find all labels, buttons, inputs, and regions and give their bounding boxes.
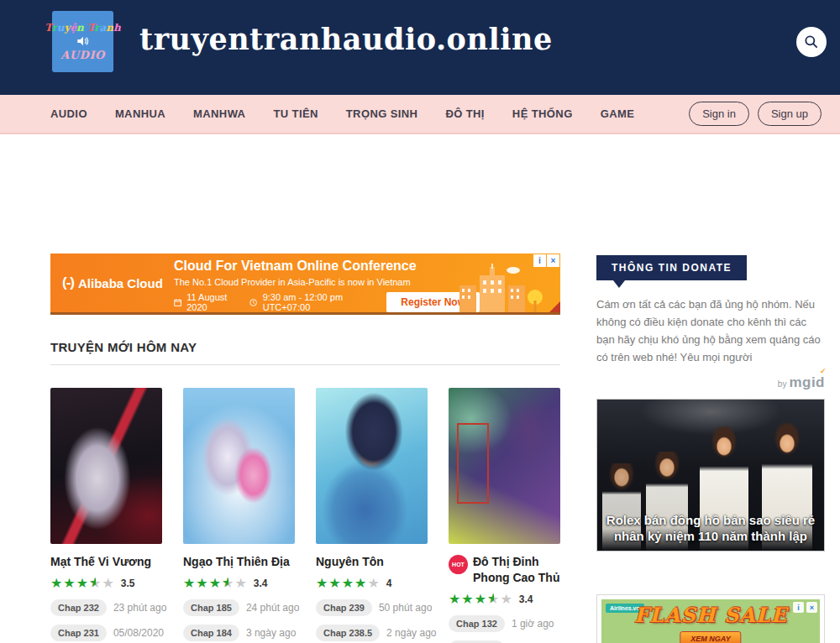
star-icon: ★★ [222, 576, 234, 590]
sign-up-button[interactable]: Sign up [758, 102, 822, 126]
nav-item-manhwa[interactable]: MANHWA [193, 107, 245, 120]
ad-info-icon[interactable]: i [533, 254, 546, 267]
buildings-illustration [458, 264, 550, 312]
flash-sale-title: FLASH SALE [601, 603, 820, 627]
alibaba-ad-banner[interactable]: (-) Alibaba Cloud Cloud For Vietnam Onli… [50, 254, 560, 315]
mgid-logo: mgid [789, 374, 825, 390]
chapter-chip[interactable]: Chap 132 [449, 615, 505, 632]
chapter-chip[interactable]: Chap 232 [50, 599, 107, 616]
nav-item-audio[interactable]: AUDIO [50, 107, 87, 120]
search-icon [803, 34, 820, 50]
site-logo[interactable]: Truyện Tranh AUDIO [52, 11, 113, 72]
hot-badge: HOT [449, 555, 468, 574]
nav-item-he-thong[interactable]: HỆ THỐNG [512, 107, 573, 120]
comic-card: Ngạo Thị Thiên Địa ★★★★★★ 3.4 Chap 185 2… [183, 388, 295, 643]
section-title-new-today: TRUYỆN MỚI HÔM NAY [50, 340, 197, 354]
chapter-chip[interactable]: Chap 238.5 [316, 625, 380, 641]
chapter-row: Chap 184 3 ngày ago [183, 625, 295, 641]
comic-cover-image[interactable] [50, 388, 162, 544]
chapter-chip[interactable]: Chap 185 [183, 599, 239, 616]
nav-item-game[interactable]: GAME [601, 107, 635, 120]
sign-in-button[interactable]: Sign in [689, 102, 749, 126]
nav-item-tu-tien[interactable]: TU TIÊN [273, 107, 318, 120]
comic-title[interactable]: Đô Thị Đỉnh Phong Cao Thủ [473, 554, 560, 586]
nav-item-trong-sinh[interactable]: TRỌNG SINH [346, 107, 418, 120]
chapter-time: 24 phút ago [246, 602, 299, 614]
chapter-row: Chap 185 24 phút ago [183, 599, 295, 616]
clock-icon [249, 298, 257, 307]
ad-close-icon[interactable]: × [806, 602, 817, 613]
mgid-attribution[interactable]: bymgid [596, 374, 825, 391]
sidebar: THÔNG TIN DONATE Cám ơn tất cả các bạn đ… [596, 254, 825, 552]
rating-stars: ★★★★★★ 3.4 [449, 592, 560, 607]
chapter-chip[interactable]: Chap 231 [50, 625, 107, 641]
ad-subtitle: The No.1 Cloud Provider in Asia-Pacific … [174, 277, 501, 287]
alibaba-brackets-icon: (-) [62, 274, 74, 291]
main-nav: AUDIO MANHUA MANHWA TU TIÊN TRỌNG SINH Đ… [0, 95, 840, 134]
chapter-chip[interactable]: Chap 184 [183, 625, 239, 641]
nav-items: AUDIO MANHUA MANHWA TU TIÊN TRỌNG SINH Đ… [50, 107, 634, 120]
search-button[interactable] [796, 27, 827, 57]
alibaba-cloud-logo: (-) Alibaba Cloud [62, 254, 163, 312]
rating-stars: ★★★★★★ 3.4 [183, 576, 295, 591]
donate-text: Cám ơn tất cả các bạn đã ủng hộ nhóm. Nế… [596, 295, 825, 366]
star-icon: ★ [354, 576, 367, 590]
flash-sale-ad-inner: Airlines.vn FLASH SALE XEM NGAY i × [601, 599, 820, 643]
comic-title[interactable]: Mạt Thế Vi Vương [50, 554, 151, 570]
star-icon: ★ [475, 592, 487, 606]
chapter-time: 2 ngày ago [386, 627, 436, 639]
page: Truyện Tranh AUDIO truyentranhaudio.onli… [0, 0, 840, 643]
ad-info-icon[interactable]: i [793, 602, 804, 613]
star-icon: ★ [196, 576, 208, 590]
comic-cover-image[interactable] [183, 388, 295, 544]
star-icon: ★ [183, 576, 196, 590]
comic-card: Nguyên Tôn ★★★★★ 4 Chap 239 50 phút ago … [316, 388, 428, 643]
rating-value: 3.4 [519, 593, 533, 605]
chapter-time: 1 giờ ago [512, 618, 554, 630]
comic-cards-row: Mạt Thế Vi Vương ★★★★★★ 3.5 Chap 232 23 … [50, 388, 560, 643]
rolex-ad-caption: Rolex bán đồng hồ bản sao siêu rẻ nhân k… [597, 512, 824, 544]
rating-value: 3.5 [121, 578, 135, 589]
star-icon: ★ [234, 576, 247, 590]
site-title[interactable]: truyentranhaudio.online [139, 22, 553, 56]
comic-card: Mạt Thế Vi Vương ★★★★★★ 3.5 Chap 232 23 … [50, 388, 162, 643]
nav-item-manhua[interactable]: MANHUA [115, 107, 165, 120]
chapter-time: 3 ngày ago [246, 627, 296, 639]
star-icon: ★ [328, 576, 341, 590]
comic-title[interactable]: Ngạo Thị Thiên Địa [183, 554, 290, 570]
comic-cover-image[interactable] [449, 388, 560, 544]
logo-audio-text: AUDIO [60, 49, 105, 61]
flash-sale-ad[interactable]: Airlines.vn FLASH SALE XEM NGAY i × [596, 594, 825, 643]
ad-corner-decoration [549, 301, 560, 312]
rating-stars: ★★★★★ 4 [316, 576, 428, 591]
chapter-time: 05/08/2020 [113, 627, 164, 639]
rating-value: 4 [386, 578, 392, 589]
star-icon: ★ [316, 576, 328, 590]
ad-time: 9:30 am - 12:00 pm UTC+07:00 [263, 292, 372, 312]
star-icon: ★★ [487, 592, 500, 606]
xem-ngay-button[interactable]: XEM NGAY [680, 631, 741, 643]
star-icon: ★ [367, 576, 380, 590]
ad-date: 11 August 2020 [186, 292, 239, 312]
chapter-chip[interactable]: Chap 239 [316, 599, 372, 616]
comic-cover-image[interactable] [316, 388, 428, 544]
chapter-row: Chap 231 05/08/2020 [50, 625, 162, 641]
section-divider [50, 364, 560, 365]
nav-item-do-thi[interactable]: ĐÔ THỊ [445, 107, 484, 120]
comic-title[interactable]: Nguyên Tôn [316, 554, 384, 570]
calendar-icon [174, 298, 181, 307]
star-icon: ★ [209, 576, 222, 590]
star-icon: ★ [102, 576, 114, 590]
logo-text: Truyện Tranh [45, 22, 120, 34]
chapter-row: Chap 132 1 giờ ago [449, 615, 560, 632]
chapter-time: 50 phút ago [379, 602, 432, 614]
speaker-icon [76, 34, 91, 48]
ad-close-icon[interactable]: × [547, 254, 559, 267]
comic-card: HOT Đô Thị Đỉnh Phong Cao Thủ ★★★★★★ 3.4… [449, 388, 560, 643]
rating-value: 3.4 [254, 578, 268, 589]
ad-title: Cloud For Vietnam Online Conference [174, 259, 501, 274]
rolex-ad-image[interactable]: Rolex bán đồng hồ bản sao siêu rẻ nhân k… [596, 399, 825, 552]
chapter-row: Chap 232 23 phút ago [50, 599, 162, 616]
star-icon: ★ [342, 576, 354, 590]
star-icon: ★★ [89, 576, 102, 590]
